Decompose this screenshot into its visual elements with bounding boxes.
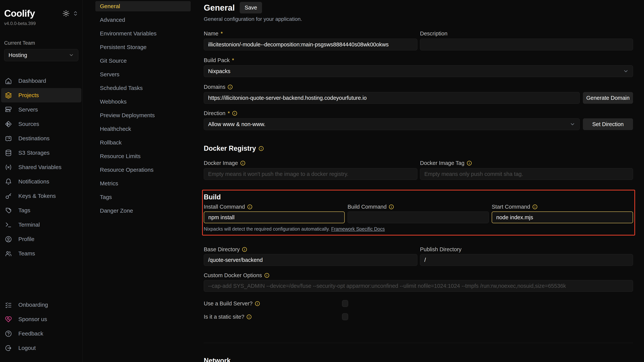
- sidebar-item-shared-variables[interactable]: Shared Variables: [4, 160, 78, 174]
- build-helper-text: Nixpacks will detect the required config…: [204, 226, 633, 232]
- direction-select[interactable]: Allow www & non-www.: [204, 118, 580, 130]
- subnav-item-rollback[interactable]: Rollback: [95, 137, 191, 148]
- sidebar-nav: Dashboard Projects Servers Sources Desti…: [4, 74, 78, 261]
- description-input[interactable]: [420, 39, 633, 50]
- subnav-item-general[interactable]: General: [95, 1, 191, 11]
- users-icon: [5, 250, 12, 257]
- layers-icon: [5, 92, 12, 99]
- docker-image-tag-label: Docker Image Tag: [420, 160, 633, 166]
- publish-directory-input[interactable]: [420, 254, 633, 266]
- info-icon[interactable]: [467, 161, 472, 166]
- sidebar-item-label: Onboarding: [18, 302, 48, 308]
- build-server-checkbox[interactable]: [342, 300, 348, 307]
- name-label: Name*: [204, 31, 417, 37]
- subnav-item-environment-variables[interactable]: Environment Variables: [95, 29, 191, 39]
- subnav-item-healthcheck[interactable]: Healthcheck: [95, 124, 191, 134]
- subnav-item-git-source[interactable]: Git Source: [95, 56, 191, 66]
- subnav-item-webhooks[interactable]: Webhooks: [95, 97, 191, 107]
- sidebar-item-destinations[interactable]: Destinations: [4, 131, 78, 146]
- current-team-label: Current Team: [4, 40, 78, 46]
- info-icon[interactable]: [532, 204, 538, 209]
- subnav-item-danger-zone[interactable]: Danger Zone: [95, 206, 191, 216]
- sidebar-item-label: Servers: [18, 106, 38, 113]
- sidebar: Coolify v4.0.0-beta.399 Current Team Hos…: [0, 0, 83, 362]
- subnav-item-preview-deployments[interactable]: Preview Deployments: [95, 110, 191, 120]
- build-server-row: Use a Build Server?: [204, 300, 633, 307]
- generate-domain-button[interactable]: Generate Domain: [583, 92, 633, 104]
- info-icon[interactable]: [232, 111, 237, 116]
- subnav-item-resource-operations[interactable]: Resource Operations: [95, 165, 191, 175]
- build-server-label: Use a Build Server?: [204, 300, 342, 307]
- info-icon[interactable]: [247, 204, 252, 209]
- subnav-item-advanced[interactable]: Advanced: [95, 15, 191, 25]
- docker-image-label: Docker Image: [204, 160, 417, 166]
- sidebar-item-sponsor-us[interactable]: Sponsor us: [4, 312, 78, 326]
- page-subtitle: General configuration for your applicati…: [204, 16, 633, 22]
- info-icon[interactable]: [258, 146, 264, 151]
- info-icon[interactable]: [240, 161, 246, 166]
- key-icon: [5, 193, 12, 200]
- sidebar-item-teams[interactable]: Teams: [4, 246, 78, 261]
- docker-image-input[interactable]: [204, 168, 417, 180]
- build-command-input[interactable]: [348, 211, 489, 223]
- save-button[interactable]: Save: [240, 2, 262, 14]
- info-icon[interactable]: [228, 85, 233, 90]
- sidebar-item-label: Shared Variables: [18, 164, 62, 170]
- chevrons-up-down-icon[interactable]: [73, 11, 78, 16]
- chevron-down-icon: [570, 121, 575, 127]
- custom-docker-options-input[interactable]: [204, 280, 633, 292]
- subnav-item-scheduled-tasks[interactable]: Scheduled Tasks: [95, 83, 191, 93]
- install-command-input[interactable]: [204, 211, 345, 223]
- docker-image-tag-input[interactable]: [420, 168, 633, 180]
- sidebar-item-label: Sponsor us: [18, 316, 47, 322]
- set-direction-button[interactable]: Set Direction: [583, 118, 633, 130]
- sidebar-item-sources[interactable]: Sources: [4, 117, 78, 131]
- sidebar-item-logout[interactable]: Logout: [4, 341, 78, 355]
- sidebar-item-label: Teams: [18, 250, 35, 257]
- framework-docs-link[interactable]: Framework Specific Docs: [331, 226, 384, 232]
- build-pack-select[interactable]: Nixpacks: [204, 65, 633, 77]
- tag-icon: [5, 207, 12, 214]
- server-icon: [5, 106, 12, 113]
- name-input[interactable]: [204, 39, 417, 50]
- domains-input[interactable]: [204, 92, 580, 104]
- sidebar-item-projects[interactable]: Projects: [1, 88, 81, 102]
- team-select[interactable]: Hosting: [4, 49, 78, 61]
- sidebar-item-servers[interactable]: Servers: [4, 102, 78, 117]
- sidebar-item-onboarding[interactable]: Onboarding: [4, 298, 78, 312]
- build-command-label: Build Command: [348, 204, 489, 210]
- theme-sun-icon[interactable]: [62, 10, 70, 17]
- info-icon[interactable]: [389, 204, 394, 209]
- info-icon[interactable]: [246, 314, 252, 319]
- info-icon[interactable]: [264, 273, 270, 278]
- sidebar-item-label: Sources: [18, 121, 39, 127]
- sidebar-item-notifications[interactable]: Notifications: [4, 174, 78, 189]
- sidebar-item-tags[interactable]: Tags: [4, 203, 78, 218]
- chevron-down-icon: [623, 68, 629, 74]
- subnav-item-servers[interactable]: Servers: [95, 69, 191, 80]
- subnav-item-persistent-storage[interactable]: Persistent Storage: [95, 42, 191, 52]
- sidebar-item-s3-storages[interactable]: S3 Storages: [4, 146, 78, 160]
- info-icon[interactable]: [255, 301, 260, 306]
- start-command-input[interactable]: [492, 211, 633, 223]
- sidebar-item-keys-tokens[interactable]: Keys & Tokens: [4, 189, 78, 203]
- direction-label: Direction*: [204, 110, 633, 116]
- bell-icon: [5, 178, 12, 185]
- info-icon[interactable]: [242, 247, 247, 252]
- subnav-item-metrics[interactable]: Metrics: [95, 178, 191, 189]
- subnav-item-resource-limits[interactable]: Resource Limits: [95, 151, 191, 161]
- sidebar-item-label: Feedback: [18, 330, 43, 337]
- build-section-annotation-box: Build Install Command Build Command Star…: [202, 190, 635, 235]
- sidebar-item-terminal[interactable]: Terminal: [4, 218, 78, 232]
- settings-subnav: General Advanced Environment Variables P…: [94, 0, 192, 220]
- sidebar-item-dashboard[interactable]: Dashboard: [4, 74, 78, 88]
- sidebar-item-profile[interactable]: Profile: [4, 232, 78, 246]
- network-heading: Network: [204, 357, 633, 362]
- page-title: General: [204, 3, 235, 13]
- main-content: General Save General configuration for y…: [204, 0, 633, 362]
- static-site-checkbox[interactable]: [342, 313, 348, 320]
- sidebar-item-feedback[interactable]: Feedback: [4, 326, 78, 341]
- base-directory-input[interactable]: [204, 254, 417, 266]
- sidebar-item-label: Keys & Tokens: [18, 193, 56, 199]
- subnav-item-tags[interactable]: Tags: [95, 192, 191, 202]
